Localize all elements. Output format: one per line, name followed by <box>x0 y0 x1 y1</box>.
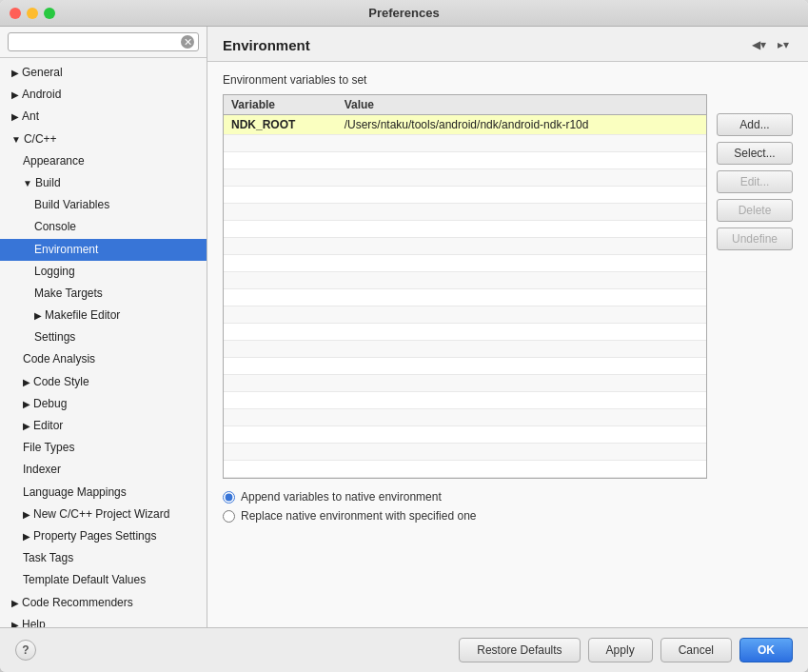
table-area: Variable Value NDK_ROOT/Users/ntaku/tool… <box>223 94 793 479</box>
table-row-empty <box>224 187 706 204</box>
arrow-icon: ▶ <box>11 618 19 627</box>
sidebar-item-makefile-editor[interactable]: ▶Makefile Editor <box>0 305 207 326</box>
preferences-window: Preferences ✕ ▶General▶Android▶Ant▼C/C++… <box>0 0 808 672</box>
clear-search-button[interactable]: ✕ <box>181 35 194 49</box>
sidebar-item-debug[interactable]: ▶Debug <box>0 393 207 415</box>
forward-button[interactable]: ▸▾ <box>774 36 793 53</box>
table-row-empty <box>224 461 706 478</box>
sidebar-item-cpp[interactable]: ▼C/C++ <box>0 128 207 150</box>
table-row-empty <box>224 324 706 341</box>
arrow-icon: ▼ <box>23 176 32 191</box>
arrow-icon: ▶ <box>11 88 19 103</box>
add-button[interactable]: Add... <box>717 113 793 136</box>
panel-header: Environment ◀▾ ▸▾ <box>207 27 808 62</box>
table-row-empty <box>224 392 706 409</box>
arrow-icon: ▶ <box>11 66 19 81</box>
panel-title: Environment <box>223 37 310 53</box>
sidebar-item-general[interactable]: ▶General <box>0 62 207 84</box>
radio-section: Append variables to native environment R… <box>223 490 793 523</box>
arrow-icon: ▶ <box>11 109 19 125</box>
sidebar-item-build[interactable]: ▼Build <box>0 172 207 194</box>
replace-radio-label[interactable]: Replace native environment with specifie… <box>223 509 793 523</box>
table-row-empty <box>224 375 706 392</box>
env-table: Variable Value NDK_ROOT/Users/ntaku/tool… <box>224 95 706 478</box>
sidebar-item-console[interactable]: Console <box>0 216 207 238</box>
section-label: Environment variables to set <box>223 73 793 87</box>
table-row-empty <box>224 426 706 444</box>
header-icons: ◀▾ ▸▾ <box>748 36 793 53</box>
apply-button[interactable]: Apply <box>588 638 653 662</box>
sidebar-item-environment[interactable]: Environment <box>0 239 207 261</box>
back-button[interactable]: ◀▾ <box>748 36 770 53</box>
select-button[interactable]: Select... <box>717 142 793 165</box>
table-row[interactable]: NDK_ROOT/Users/ntaku/tools/android/ndk/a… <box>224 115 706 135</box>
col-variable: Variable <box>224 95 337 115</box>
title-bar: Preferences <box>0 0 808 27</box>
arrow-icon: ▶ <box>23 397 30 412</box>
arrow-icon: ▶ <box>23 529 30 544</box>
table-row-empty <box>224 152 706 169</box>
sidebar-item-make-targets[interactable]: Make Targets <box>0 283 207 305</box>
table-row-empty <box>224 238 706 255</box>
window-title: Preferences <box>368 6 439 20</box>
append-label: Append variables to native environment <box>241 490 442 504</box>
maximize-button[interactable] <box>44 8 55 19</box>
undefine-button[interactable]: Undefine <box>717 227 793 250</box>
content-area: ✕ ▶General▶Android▶Ant▼C/C++Appearance▼B… <box>0 27 808 627</box>
arrow-icon: ▶ <box>11 596 19 611</box>
sidebar-item-logging[interactable]: Logging <box>0 261 207 283</box>
arrow-icon: ▶ <box>23 419 30 434</box>
sidebar-item-android[interactable]: ▶Android <box>0 84 207 106</box>
sidebar-item-task-tags[interactable]: Task Tags <box>0 547 207 569</box>
sidebar-item-ant[interactable]: ▶Ant <box>0 106 207 128</box>
table-row-empty <box>224 272 706 289</box>
sidebar-item-template-defaults[interactable]: Template Default Values <box>0 569 207 591</box>
table-row-empty <box>224 221 706 238</box>
sidebar-tree: ▶General▶Android▶Ant▼C/C++Appearance▼Bui… <box>0 58 207 627</box>
env-table-wrap: Variable Value NDK_ROOT/Users/ntaku/tool… <box>223 94 707 479</box>
replace-radio[interactable] <box>223 510 235 523</box>
col-value: Value <box>337 95 706 115</box>
help-button[interactable]: ? <box>15 640 36 661</box>
cell-value: /Users/ntaku/tools/android/ndk/android-n… <box>337 115 706 135</box>
search-bar: ✕ <box>0 27 207 58</box>
append-radio-label[interactable]: Append variables to native environment <box>223 490 793 504</box>
ok-button[interactable]: OK <box>739 638 793 662</box>
sidebar-item-property-pages[interactable]: ▶Property Pages Settings <box>0 525 207 547</box>
table-row-empty <box>224 358 706 375</box>
sidebar-item-help[interactable]: ▶Help <box>0 614 207 627</box>
sidebar-item-code-style[interactable]: ▶Code Style <box>0 371 207 393</box>
table-row-empty <box>224 444 706 461</box>
main-panel: Environment ◀▾ ▸▾ Environment variables … <box>207 27 808 627</box>
window-controls <box>10 8 55 19</box>
edit-button[interactable]: Edit... <box>717 170 793 193</box>
delete-button[interactable]: Delete <box>717 199 793 222</box>
arrow-icon: ▼ <box>11 132 21 148</box>
minimize-button[interactable] <box>27 8 38 19</box>
table-row-empty <box>224 341 706 358</box>
close-button[interactable] <box>10 8 21 19</box>
bottom-bar: ? Restore Defaults Apply Cancel OK <box>0 627 808 672</box>
arrow-icon: ▶ <box>23 507 30 523</box>
table-row-empty <box>224 135 706 152</box>
panel-body: Environment variables to set Variable Va… <box>207 62 808 627</box>
table-row-empty <box>224 255 706 272</box>
sidebar-item-build-variables[interactable]: Build Variables <box>0 194 207 216</box>
table-row-empty <box>224 204 706 221</box>
sidebar-item-settings[interactable]: Settings <box>0 326 207 348</box>
sidebar-item-editor[interactable]: ▶Editor <box>0 415 207 437</box>
table-row-empty <box>224 409 706 426</box>
sidebar: ✕ ▶General▶Android▶Ant▼C/C++Appearance▼B… <box>0 27 207 627</box>
sidebar-item-indexer[interactable]: Indexer <box>0 459 207 481</box>
sidebar-item-language-mappings[interactable]: Language Mappings <box>0 482 207 504</box>
sidebar-item-appearance[interactable]: Appearance <box>0 150 207 172</box>
cancel-button[interactable]: Cancel <box>660 638 732 662</box>
search-input[interactable] <box>12 36 181 48</box>
sidebar-item-new-cpp-wizard[interactable]: ▶New C/C++ Project Wizard <box>0 504 207 525</box>
sidebar-item-file-types[interactable]: File Types <box>0 437 207 459</box>
sidebar-item-code-recommenders[interactable]: ▶Code Recommenders <box>0 592 207 614</box>
table-row-empty <box>224 169 706 187</box>
restore-defaults-button[interactable]: Restore Defaults <box>459 638 580 662</box>
sidebar-item-code-analysis[interactable]: Code Analysis <box>0 348 207 370</box>
append-radio[interactable] <box>223 491 235 504</box>
